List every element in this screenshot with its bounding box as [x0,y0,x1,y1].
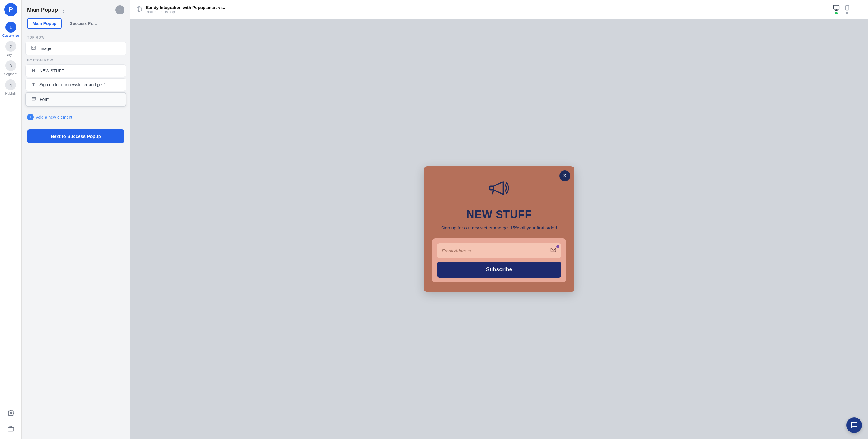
topbar-url: trialfirst.netlify.app [146,10,828,14]
step-4-label: Publish [5,92,16,95]
svg-point-3 [33,47,33,47]
form-icon [31,96,37,102]
topbar-title: Sendy Integration with Popupsmart vi... [146,5,828,10]
bottom-row-label: BOTTOM ROW [22,56,130,64]
icon-bar-bottom [5,408,16,439]
step-4-circle: 4 [5,79,16,90]
step-1-label: Customize [2,34,19,37]
heading-icon: H [30,68,36,73]
popup-subtext: Sign up for our newsletter and get 15% o… [432,225,566,232]
popup-form-area: Subscribe [432,238,566,282]
preview-area: Sendy Integration with Popupsmart vi... … [130,0,868,439]
step-3-circle: 3 [5,60,16,71]
element-image[interactable]: Image [25,41,126,56]
element-image-label: Image [39,46,51,51]
app-logo[interactable]: P [4,3,18,16]
popup-close-button[interactable]: × [559,170,570,181]
add-element-plus-icon: + [27,114,34,121]
sidebar-title: Main Popup ⋮ [27,6,66,13]
element-text-label: Sign up for our newsletter and get 1... [39,82,110,87]
settings-icon[interactable] [5,408,16,418]
image-icon [30,45,36,52]
popup-heading: NEW STUFF [432,208,566,221]
popup-subscribe-button[interactable]: Subscribe [437,262,561,278]
icon-bar: P 1 Customize 2 Style 3 Segment 4 Publis… [0,0,22,439]
popup-email-wrapper [437,243,561,258]
step-2-style[interactable]: 2 Style [5,41,16,57]
briefcase-icon[interactable] [5,423,16,434]
element-form-label: Form [40,97,50,102]
topbar-devices: ⋮ [832,3,862,16]
tab-success-popup[interactable]: Success Po... [64,18,102,29]
popup-email-input[interactable] [442,248,550,253]
element-heading[interactable]: H NEW STUFF [25,64,126,77]
tab-main-popup[interactable]: Main Popup [27,18,62,29]
element-form[interactable]: Form [25,92,126,107]
popup-megaphone-icon [432,176,566,203]
step-4-publish[interactable]: 4 Publish [5,79,16,95]
top-row-label: TOP ROW [22,33,130,41]
email-icon [550,247,556,255]
svg-point-0 [10,412,12,414]
sidebar-panel: Main Popup ⋮ + Main Popup Success Po... … [22,0,130,439]
popup-tabs: Main Popup Success Po... [22,18,130,33]
step-2-circle: 2 [5,41,16,52]
svg-rect-8 [834,5,839,9]
topbar-more-menu[interactable]: ⋮ [856,6,862,13]
svg-rect-4 [32,97,36,100]
svg-rect-13 [490,186,494,190]
step-3-label: Segment [4,72,17,76]
globe-icon [136,6,142,13]
step-2-label: Style [7,53,14,57]
topbar: Sendy Integration with Popupsmart vi... … [130,0,868,19]
next-to-success-popup-button[interactable]: Next to Success Popup [27,130,124,143]
desktop-dot [835,12,838,14]
step-3-segment[interactable]: 3 Segment [4,60,17,76]
sidebar-header: Main Popup ⋮ + [22,0,130,18]
desktop-device-button[interactable] [832,3,841,16]
add-element-row[interactable]: + Add a new element [22,110,130,125]
topbar-title-block: Sendy Integration with Popupsmart vi... … [146,5,828,14]
step-1-circle: 1 [5,22,16,33]
popup-card: × NEW STUFF Sign up for our newsletter a… [424,166,575,292]
popup-email-dot [556,245,559,248]
sidebar-add-button[interactable]: + [116,5,124,14]
chat-bubble-button[interactable] [846,417,862,433]
step-1-customize[interactable]: 1 Customize [2,22,19,37]
svg-rect-1 [8,427,13,431]
add-element-label: Add a new element [36,115,72,120]
element-text[interactable]: T Sign up for our newsletter and get 1..… [25,78,126,91]
mobile-dot [846,12,848,14]
sidebar-title-menu[interactable]: ⋮ [60,6,66,13]
mobile-device-button[interactable] [843,3,851,16]
element-heading-label: NEW STUFF [39,68,64,73]
text-icon: T [30,82,36,87]
